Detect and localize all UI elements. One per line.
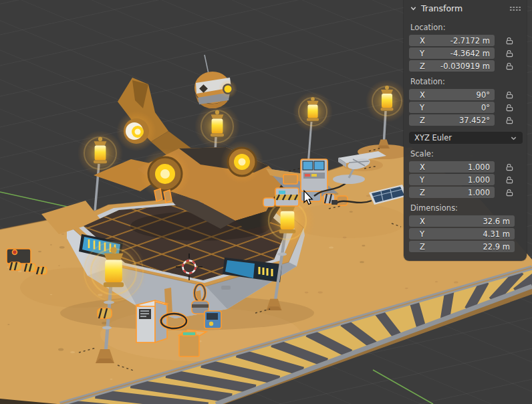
rotation-y-field[interactable]: Y 0° [409, 102, 495, 113]
unlock-icon[interactable] [505, 163, 514, 171]
location-label: Location: [410, 23, 521, 32]
rotation-z-field[interactable]: Z 37.452° [409, 114, 495, 126]
dimensions-x-field[interactable]: X 32.6 m [409, 215, 515, 227]
ship-engine [221, 140, 263, 183]
dimensions-label: Dimensions: [410, 203, 521, 213]
dimensions-z-field[interactable]: Z 22.9 m [409, 241, 515, 252]
ship-engine [116, 111, 156, 151]
unlock-icon[interactable] [505, 188, 514, 197]
chevron-down-icon [510, 134, 517, 142]
location-z-field[interactable]: Z -0.030919 m [409, 60, 495, 72]
blue-device[interactable] [205, 311, 221, 328]
scale-label: Scale: [410, 149, 521, 159]
mini-barrel[interactable] [98, 308, 112, 318]
unlock-icon[interactable] [505, 62, 514, 70]
panel-title: Transform [421, 3, 462, 13]
drag-handle-icon[interactable] [509, 6, 521, 11]
unlock-icon[interactable] [505, 103, 514, 112]
dimensions-y-field[interactable]: Y 4.31 m [409, 228, 515, 239]
panel-header: Transform [404, 0, 527, 17]
transform-panel: Transform Location: X -2.7172 m Y -4.364… [404, 0, 527, 261]
location-x-field[interactable]: X -2.7172 m [409, 35, 495, 46]
rotation-x-field[interactable]: X 90° [409, 89, 495, 100]
scale-x-field[interactable]: X 1.000 [409, 161, 495, 173]
unlock-icon[interactable] [505, 116, 514, 124]
unlock-icon[interactable] [505, 49, 514, 58]
drone-eye [225, 86, 232, 93]
collapse-chevron-icon[interactable] [410, 5, 417, 12]
unlock-icon[interactable] [505, 175, 514, 184]
unlock-icon[interactable] [505, 90, 514, 99]
rotation-label: Rotation: [410, 77, 521, 86]
scale-z-field[interactable]: Z 1.000 [409, 187, 495, 198]
rotation-mode-select[interactable]: XYZ Euler [409, 132, 523, 144]
monitor-console[interactable] [301, 159, 327, 191]
unlock-icon[interactable] [505, 36, 514, 45]
scale-y-field[interactable]: Y 1.000 [409, 174, 495, 185]
location-y-field[interactable]: Y -4.3642 m [409, 47, 495, 59]
